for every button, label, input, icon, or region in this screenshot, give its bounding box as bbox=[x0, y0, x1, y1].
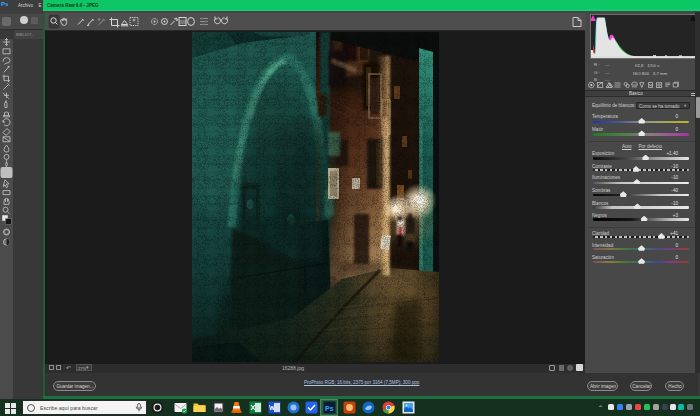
svg-text:Ps: Ps bbox=[325, 405, 334, 412]
